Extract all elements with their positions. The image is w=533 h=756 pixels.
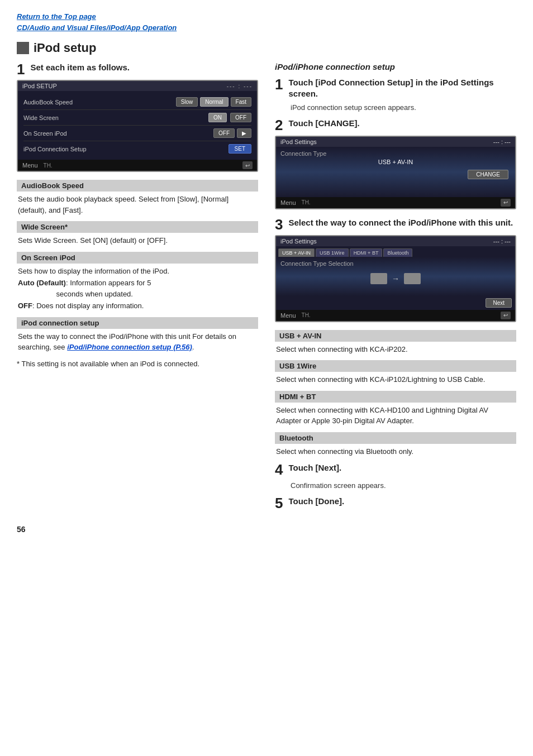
cd-audio-link[interactable]: CD/Audio and Visual Files/iPod/App Opera… [17,22,516,34]
onscreen-ipod-header: On Screen iPod [17,252,258,264]
settings-screen2-title: iPod Settings [280,138,317,145]
onscreen-arrow-btn[interactable]: ▶ [237,128,251,138]
right-step4-number: 4 [275,462,283,477]
hdmi-bt-body: Select when connecting with KCA-HD100 an… [275,405,516,427]
setup-screen-title: iPod SETUP [22,83,57,89]
usb-avin-header: USB + AV-IN [275,330,516,342]
onscreen-off-btn[interactable]: OFF [213,128,235,138]
settings3-back-btn[interactable]: ↩ [501,312,511,319]
usb-avin-term: USB + AV-IN Select when connecting with … [275,330,516,355]
auto-default-line: Auto (Default): Information appears for … [17,277,258,299]
conn-setup-row: iPod Connection Setup SET [23,141,251,156]
tab-usb-avin[interactable]: USB + AV-IN [278,248,315,257]
page-number: 56 [17,525,516,534]
change-btn[interactable]: CHANGE [468,170,508,179]
note-text: * This setting is not available when an … [17,358,258,370]
conn-setup-term: iPod connection setup Sets the way to co… [17,317,258,353]
setup-footer-dots: TH. [44,162,53,169]
tab-usb-1wire[interactable]: USB 1Wire [316,248,349,257]
setup-screen-header: iPod SETUP --- : --- [18,81,257,91]
conn-type-sel-label: Connection Type Selection [280,260,511,267]
onscreen-label: On Screen iPod [23,130,211,137]
settings3-menu-label: Menu [280,312,296,319]
settings-screen3-title: iPod Settings [280,238,317,245]
off-bold: OFF [18,302,32,310]
right-step5-number: 5 [275,496,283,510]
audiobook-label: AudioBook Speed [23,99,174,106]
widescreen-label: Wide Screen [23,114,206,121]
settings2-back-btn[interactable]: ↩ [501,199,511,207]
settings-screen3-dots: --- : --- [493,238,511,245]
right-column: iPod/iPhone connection setup 1 Touch [iP… [275,62,516,514]
wide-screen-row: Wide Screen ON OFF [23,110,251,126]
right-step4-desc: Confirmation screen appears. [291,480,516,491]
fast-btn[interactable]: Fast [231,97,251,107]
settings-screen2-footer: Menu TH. ↩ [276,197,515,208]
settings-menu-label: Menu [280,199,296,206]
connection-icon-area: → [280,269,511,289]
conn-setup-term-body: Sets the way to connect the iPod/iPhone … [17,331,258,353]
hdmi-bt-term: HDMI + BT Select when connecting with KC… [275,391,516,427]
right-step3: 3 Select the way to connect the iPod/iPh… [275,217,516,232]
off-line: OFF: Does not display any information. [17,300,258,312]
ipod-settings-screen2: iPod Settings --- : --- Connection Type … [275,136,516,209]
left-column: 1 Set each item as follows. iPod SETUP -… [17,62,258,514]
conn-type-value: USB + AV-IN [280,159,511,165]
bluetooth-term: Bluetooth Select when connecting via Blu… [275,432,516,457]
left-step1-text: Set each item as follows. [30,62,130,73]
return-top-link[interactable]: Return to the Top page [17,11,516,22]
right-step1-desc: iPod connection setup screen appears. [291,102,516,113]
tab-bluetooth[interactable]: Bluetooth [383,248,412,257]
audiobook-speed-body: Sets the audio book playback speed. Sele… [17,194,258,216]
onscreen-ipod-row: On Screen iPod OFF ▶ [23,126,251,141]
slow-btn[interactable]: Slow [176,97,198,107]
normal-btn[interactable]: Normal [200,97,228,107]
setup-screen-dots: --- : --- [227,83,253,89]
right-step4: 4 Touch [Next]. [275,462,516,477]
next-btn[interactable]: Next [486,298,512,308]
hdmi-bt-header: HDMI + BT [275,391,516,403]
conn-icon-right [404,273,421,284]
right-step3-number: 3 [275,217,283,232]
right-step4-text: Touch [Next]. [288,462,341,473]
right-section-title: iPod/iPhone connection setup [275,62,516,71]
ipod-icon [17,42,29,54]
settings-screen2-header: iPod Settings --- : --- [276,137,515,147]
left-step1-number: 1 [17,62,25,76]
conn-icon-left [370,273,387,284]
right-step5-text: Touch [Done]. [288,496,344,507]
usb-avin-body: Select when connecting with KCA-iP202. [275,344,516,355]
right-step1-text: Touch [iPod Connection Setup] in the iPo… [288,77,516,99]
conn-type-label: Connection Type [280,150,511,157]
ipod-settings-screen3: iPod Settings --- : --- USB + AV-IN USB … [275,235,516,322]
tab-hdmi-bt[interactable]: HDMI + BT [350,248,383,257]
off-btn[interactable]: OFF [230,113,251,122]
right-step1: 1 Touch [iPod Connection Setup] in the i… [275,77,516,99]
wide-screen-body: Sets Wide Screen. Set [ON] (default) or … [17,235,258,246]
settings-screen3-footer: Menu TH. ↩ [276,310,515,321]
next-btn-row: Next [276,296,515,310]
conn-arrow: → [392,274,399,283]
page-title: iPod setup [34,41,96,55]
bluetooth-header: Bluetooth [275,432,516,444]
bluetooth-body: Select when connecting via Bluetooth onl… [275,446,516,457]
onscreen-ipod-term: On Screen iPod Sets how to display the i… [17,252,258,312]
settings3-footer-dots: TH. [302,312,311,318]
settings-screen3-body: Connection Type Selection → [276,257,515,296]
settings-screen2-body: Connection Type USB + AV-IN CHANGE [276,147,515,197]
setup-back-btn[interactable]: ↩ [242,161,253,169]
top-links: Return to the Top page CD/Audio and Visu… [17,11,516,33]
right-step1-number: 1 [275,77,283,92]
usb-1wire-term: USB 1Wire Select when connecting with KC… [275,360,516,385]
conn-setup-link[interactable]: iPod/iPhone connection setup (P.56) [67,343,192,351]
usb-1wire-body: Select when connecting with KCA-iP102/Li… [275,374,516,385]
audiobook-speed-header: AudioBook Speed [17,180,258,192]
audiobook-speed-term: AudioBook Speed Sets the audio book play… [17,180,258,216]
on-btn[interactable]: ON [208,113,227,122]
right-step2-number: 2 [275,118,283,132]
tabs-row: USB + AV-IN USB 1Wire HDMI + BT Bluetoot… [276,246,515,257]
right-step2: 2 Touch [CHANGE]. [275,118,516,132]
set-btn[interactable]: SET [229,144,251,154]
setup-menu-label: Menu [22,162,38,169]
left-step1: 1 Set each item as follows. [17,62,258,76]
